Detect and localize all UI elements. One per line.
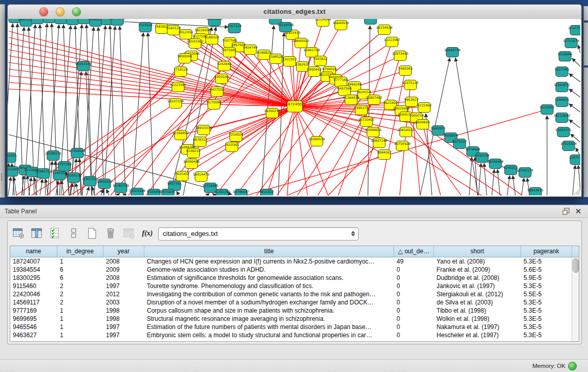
network-node[interactable]: 8186328 (205, 35, 219, 45)
network-node[interactable]: 20206576 (45, 151, 61, 161)
network-node[interactable]: 1244415 (555, 97, 569, 107)
network-node[interactable]: 8454749 (243, 45, 257, 55)
network-node[interactable]: 2903144 (214, 74, 229, 84)
table-row[interactable]: 911546021997Tourette syndrome. Phenomeno… (10, 282, 572, 290)
network-node[interactable]: 6497568 (337, 86, 352, 96)
column-header-out_de[interactable]: △ out_de… (394, 246, 434, 257)
network-node[interactable]: 16040464 (487, 159, 504, 169)
network-node[interactable]: 12923448 (129, 188, 145, 196)
network-node[interactable]: 12942757 (35, 169, 52, 179)
network-node[interactable]: 7625402 (175, 171, 189, 181)
float-panel-icon[interactable] (561, 207, 571, 216)
network-node[interactable]: 12213363 (170, 82, 186, 92)
network-node[interactable]: 18640910 (293, 38, 309, 48)
network-node[interactable]: 16961758 (303, 48, 320, 57)
network-node[interactable]: 13505135 (66, 173, 82, 183)
network-node[interactable]: 17016504 (560, 141, 577, 151)
table-row[interactable]: 977716911998Corpus callosum shape and si… (10, 307, 572, 315)
network-node[interactable]: 7357224 (227, 24, 242, 33)
network-node[interactable]: 7955812 (313, 56, 328, 66)
memory-status-indicator[interactable] (568, 362, 577, 370)
network-node[interactable]: 16154838 (376, 25, 393, 35)
network-node[interactable]: 9890998 (178, 54, 192, 63)
network-node[interactable]: 18724007 (286, 101, 304, 112)
network-node[interactable]: 10973493 (392, 51, 408, 61)
control-panel-collapsed-strip[interactable] (0, 4, 5, 198)
select-rows-icon[interactable] (49, 227, 62, 240)
table-settings-icon[interactable] (12, 227, 25, 240)
row-height-icon[interactable] (67, 227, 80, 240)
network-node[interactable]: 18433374 (195, 125, 212, 135)
network-node[interactable]: 9046099 (89, 19, 103, 27)
table-row[interactable]: 2242004622012Investigating the contribut… (10, 290, 572, 298)
network-node[interactable]: 9463627 (404, 97, 419, 107)
network-node[interactable]: 11282260 (214, 189, 230, 196)
network-node[interactable]: 10958167 (96, 179, 113, 189)
network-node[interactable]: 1588520 (269, 54, 283, 64)
network-node[interactable]: 12975115 (402, 80, 419, 90)
delete-table-icon[interactable] (104, 227, 117, 240)
network-node[interactable]: 16210643 (554, 113, 570, 123)
network-node[interactable]: 16640910 (333, 20, 349, 30)
column-header-in_degree[interactable]: in_degree (57, 246, 103, 257)
network-node[interactable]: 7254024 (229, 132, 243, 142)
network-node[interactable]: 16648794 (444, 48, 461, 57)
network-node[interactable]: 16346932 (109, 19, 125, 26)
column-header-short[interactable]: short (434, 246, 521, 257)
network-node[interactable]: 15692971 (555, 127, 572, 137)
network-node[interactable]: 7515526 (138, 23, 153, 32)
network-node[interactable]: 15166852 (172, 130, 189, 140)
network-node[interactable]: 9129966 (558, 52, 572, 61)
network-node[interactable]: 7610341 (225, 142, 239, 152)
network-node[interactable]: 11127544 (568, 26, 580, 35)
network-node[interactable]: 9227343 (555, 67, 569, 77)
column-header-name[interactable]: name (10, 246, 57, 257)
network-node[interactable]: 10688609 (365, 127, 381, 137)
network-node[interactable]: 12213967 (384, 37, 400, 47)
import-table-icon[interactable] (122, 227, 136, 240)
table-row[interactable]: 1830029562008Estimation of significance … (10, 274, 572, 282)
network-node[interactable]: 16543362 (187, 39, 203, 49)
network-node[interactable]: 8427552 (210, 87, 224, 97)
network-node[interactable]: 19218506 (277, 23, 294, 32)
column-header-pagerank[interactable]: pagerank (521, 246, 572, 257)
network-node[interactable]: 8912954 (179, 30, 193, 39)
network-graph-canvas[interactable]: 1830029519384554746382291601288912954182… (8, 19, 580, 195)
network-node[interactable]: 9811922 (259, 189, 274, 196)
network-node[interactable]: 7485063 (398, 66, 412, 76)
table-row[interactable]: 1456911722003Disruption of a novel membe… (10, 298, 572, 307)
network-node[interactable]: 18107554 (167, 99, 184, 108)
network-node[interactable]: 1145194 (52, 170, 67, 180)
network-node[interactable]: 16053346 (75, 61, 92, 71)
network-node[interactable]: 16782759 (113, 183, 129, 193)
network-node[interactable]: 14786047 (233, 189, 249, 196)
network-node[interactable]: 9797588 (57, 162, 72, 171)
network-node[interactable]: 15751074 (563, 38, 579, 48)
network-node[interactable]: 1322057 (282, 57, 297, 67)
network-node[interactable]: 10807487 (366, 95, 382, 105)
table-row[interactable]: 1872400712008Changes of HCN gene express… (10, 257, 572, 266)
scrollbar-thumb[interactable] (573, 258, 579, 273)
network-node[interactable]: 2081021 (8, 153, 17, 163)
network-node[interactable]: 9590498 (147, 189, 161, 196)
network-node[interactable]: 5875685 (222, 48, 236, 57)
network-node[interactable]: 21364436 (343, 95, 359, 105)
network-node[interactable]: 1640955 (431, 126, 445, 136)
network-window-titlebar[interactable]: citations_edges.txt (8, 5, 581, 19)
results-panel-collapsed-strip[interactable] (583, 6, 588, 197)
network-node[interactable]: 19756928 (394, 141, 410, 151)
network-node[interactable]: 9115460 (417, 103, 431, 113)
network-node[interactable]: 18807249 (371, 138, 387, 148)
table-vertical-scrollbar[interactable] (572, 257, 579, 341)
network-node[interactable]: 7986372 (354, 105, 368, 115)
network-node[interactable]: 9245012 (504, 165, 518, 175)
network-node[interactable]: 17359924 (69, 148, 85, 158)
network-node[interactable]: 19384554 (309, 137, 325, 146)
network-node[interactable]: 9242848 (217, 61, 231, 71)
network-node[interactable]: 1167533 (569, 155, 580, 165)
network-node[interactable]: 18843435 (527, 188, 543, 196)
network-node[interactable]: 9777169 (334, 77, 348, 87)
new-table-icon[interactable] (85, 227, 99, 240)
table-row[interactable]: 946554611997Estimation of the future num… (10, 323, 572, 331)
table-row[interactable]: 946362711997Embryonic stem cells: a mode… (10, 331, 572, 339)
